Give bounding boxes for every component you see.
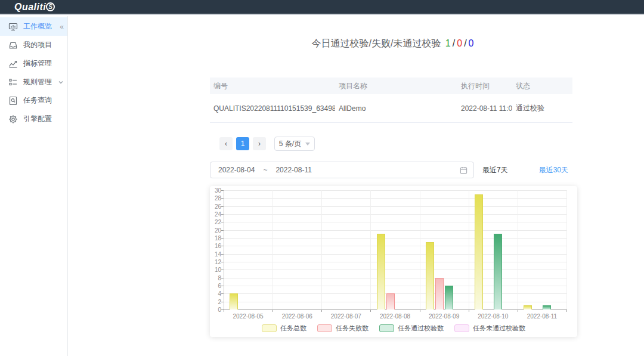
y-axis-label: 10 [209,267,221,273]
y-axis-tick [221,262,224,262]
calendar-icon[interactable] [460,166,467,174]
gridline [224,222,566,222]
y-axis-label: 8 [209,275,221,281]
y-axis-label: 26 [209,203,221,210]
chart-bar-任务失败数 [435,278,444,309]
date-filter-row: 2022-08-04 ~ 2022-08-11 最近7天 最近30天 [210,162,577,178]
sidebar-item-my-projects[interactable]: 我的项目 [0,36,67,54]
category-splitline [518,190,518,309]
gridline [224,286,566,286]
gridline [224,206,566,207]
sidebar-collapse-toggle[interactable]: « [60,23,64,31]
page-size-select[interactable]: 5 条/页 [274,137,315,151]
legend-label: 任务总数 [280,324,306,333]
gridline [224,238,566,239]
task-table: 编号 项目名称 执行时间 状态 QUALITIS2022081111015153… [210,78,572,123]
category-splitline [273,190,273,309]
sidebar: 工作概览 « 我的项目 指标管理 规则管理 任务查询 [0,16,68,356]
cell-task-id: QUALITIS20220811110151539_634982 [210,104,335,113]
chart-bar-任务总数 [475,194,483,309]
gridline [224,293,566,294]
count-not-passed: 0 [469,38,474,48]
col-header-id: 编号 [210,81,335,91]
sidebar-item-rules[interactable]: 规则管理 [0,73,67,91]
chart-bar-任务总数 [426,242,434,309]
y-axis-label: 28 [209,195,221,202]
y-axis-tick [221,293,224,294]
table-header-row: 编号 项目名称 执行时间 状态 [210,78,572,94]
legend-label: 任务未通过校验数 [473,324,525,333]
y-axis-tick [221,198,224,199]
gridline [224,214,566,215]
category-splitline [420,190,420,309]
x-axis-tick [469,309,469,312]
title-text: 今日通过校验/失败/未通过校验 [312,38,441,48]
y-axis-tick [221,230,224,231]
col-header-project: 项目名称 [335,81,457,91]
page-title: 今日通过校验/失败/未通过校验 1/0/0 [210,38,577,50]
legend-item-任务通过校验数[interactable]: 任务通过校验数 [379,324,444,333]
y-axis-label: 6 [209,283,221,289]
x-axis-line [224,309,566,309]
legend-item-任务总数[interactable]: 任务总数 [262,324,306,333]
y-axis-tick [221,286,224,286]
y-axis-label: 20 [209,227,221,234]
y-axis-label: 22 [209,219,221,225]
sidebar-item-label: 引擎配置 [23,114,52,124]
sidebar-item-overview[interactable]: 工作概览 « [0,17,67,36]
y-axis-label: 18 [209,235,221,242]
count-passed: 1 [445,38,451,48]
cell-project-name: AllDemo [335,104,457,113]
page-1-button[interactable]: 1 [236,137,249,150]
last-30-days-button[interactable]: 最近30天 [539,165,568,175]
x-axis-tick [518,309,518,312]
sidebar-item-task-query[interactable]: 任务查询 [0,91,67,110]
chart-bar-任务总数 [230,293,238,309]
legend-item-任务未通过校验数[interactable]: 任务未通过校验数 [454,324,525,333]
chart-bar-任务总数 [524,305,532,309]
count-separator: / [453,38,455,48]
y-axis-label: 12 [209,259,221,265]
gridline [224,254,566,255]
x-axis-tick [420,309,420,312]
sidebar-item-label: 指标管理 [23,58,52,69]
date-range-input[interactable]: 2022-08-04 ~ 2022-08-11 [210,162,474,178]
y-axis-tick [221,206,224,207]
legend-swatch-icon [379,324,394,332]
gridline [224,246,566,246]
chart-bar-任务通过校验数 [543,305,551,309]
cell-status: 通过校验 [512,103,572,113]
count-separator: / [464,38,466,48]
col-header-status: 状态 [512,81,572,91]
y-axis-tick [221,278,224,278]
category-splitline [370,190,371,309]
sidebar-item-metrics[interactable]: 指标管理 [0,54,67,73]
prev-page-button[interactable]: ‹ [219,137,233,150]
col-header-exec-time: 执行时间 [457,81,512,91]
chart-bar-任务总数 [377,234,385,309]
task-search-icon [8,96,18,106]
category-splitline [321,190,322,309]
last-7-days-button[interactable]: 最近7天 [482,165,508,175]
gridline [224,230,566,231]
y-axis-label: 14 [209,251,221,258]
legend-item-任务失败数[interactable]: 任务失败数 [317,324,369,333]
y-axis-label: 30 [209,187,221,194]
rules-icon [8,78,18,87]
y-axis-tick [221,254,224,255]
sidebar-item-label: 我的项目 [23,40,52,50]
qualitis-logo: QualitiS [14,2,55,13]
legend-swatch-icon [262,324,277,332]
gridline [224,190,566,191]
y-axis-tick [221,302,224,302]
x-axis-label: 2022-08-05 [224,313,273,320]
metrics-icon [8,59,18,69]
chart-bar-任务通过校验数 [494,234,502,309]
chevron-down-icon [58,79,64,85]
chevron-down-icon [305,143,310,146]
count-failed: 0 [457,38,462,48]
sidebar-item-engine-config[interactable]: 引擎配置 [0,110,67,128]
next-page-button[interactable]: › [253,137,266,150]
y-axis-label: 2 [209,299,221,305]
category-splitline [469,190,469,309]
